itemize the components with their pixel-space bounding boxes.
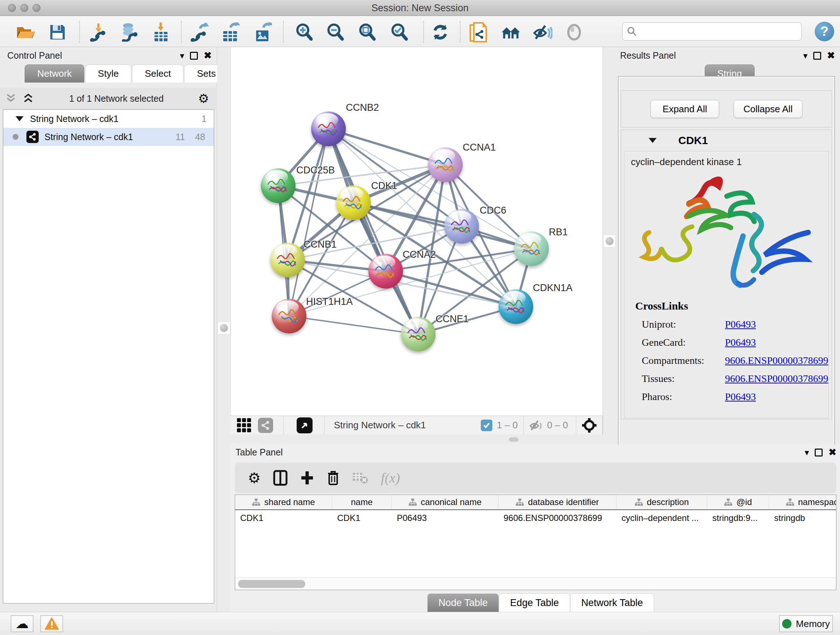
- tab-node-table[interactable]: Node Table: [427, 593, 499, 612]
- export-table-button[interactable]: [221, 22, 240, 42]
- search-input[interactable]: [637, 27, 793, 36]
- delete-column-trash-icon[interactable]: [327, 470, 340, 486]
- import-network-file-button[interactable]: [88, 22, 108, 42]
- node-HIST1H1A[interactable]: [272, 299, 306, 333]
- results-panel-close-icon[interactable]: ✖: [827, 50, 835, 61]
- node-count: 11: [175, 132, 185, 142]
- node-CCNE1[interactable]: [401, 317, 436, 352]
- column-header-name[interactable]: name: [332, 495, 392, 509]
- expand-all-button[interactable]: Expand All: [651, 100, 719, 118]
- open-session-button[interactable]: [16, 22, 35, 42]
- save-session-button[interactable]: [48, 22, 67, 42]
- collapse-all-button[interactable]: Collapse All: [734, 100, 802, 118]
- node-RB1[interactable]: [514, 231, 549, 266]
- crosslink-link[interactable]: P06493: [725, 337, 756, 348]
- crosslink-link[interactable]: 9606.ENSP00000378699: [725, 373, 828, 385]
- zoom-out-button[interactable]: [325, 22, 345, 42]
- toolbar-separator: [283, 416, 284, 435]
- eye-icon: [565, 24, 583, 41]
- tab-network[interactable]: Network: [25, 65, 84, 82]
- table-panel-menu-icon[interactable]: ▾: [805, 448, 809, 458]
- create-column-plus-icon[interactable]: [300, 470, 314, 486]
- import-database-icon: [119, 23, 138, 42]
- node-CCNB1[interactable]: [270, 242, 305, 277]
- protein-structure-image: [635, 171, 819, 296]
- crosshair-icon[interactable]: [581, 417, 597, 433]
- control-panel-menu-icon[interactable]: ▾: [180, 51, 184, 61]
- warnings-button[interactable]: [41, 616, 63, 632]
- home-button[interactable]: [501, 22, 521, 42]
- gene-section-header[interactable]: CDK1: [621, 130, 832, 151]
- memory-button[interactable]: Memory: [779, 616, 833, 632]
- network-options-gear-icon[interactable]: ⚙: [198, 91, 209, 106]
- import-network-database-button[interactable]: [119, 22, 139, 42]
- collapse-triangle-icon[interactable]: [16, 116, 24, 121]
- network-canvas[interactable]: CCNB2 CCNA1 CDC25B CDK1: [231, 47, 603, 416]
- node-CDK1[interactable]: [336, 185, 371, 220]
- show-eye-button[interactable]: [564, 22, 584, 42]
- string-import-button[interactable]: [469, 22, 488, 42]
- zoom-selected-button[interactable]: [390, 22, 409, 42]
- expand-all-icon[interactable]: [22, 93, 35, 104]
- table-panel-float-icon[interactable]: [815, 448, 823, 456]
- edge-HIST1H1A-CCNE1[interactable]: [289, 316, 418, 334]
- zoom-fit-button[interactable]: [357, 22, 377, 42]
- table-horizontal-scrollbar[interactable]: [235, 578, 836, 590]
- node-CCNA1[interactable]: [428, 147, 463, 182]
- results-panel-menu-icon[interactable]: ▾: [803, 51, 807, 61]
- tab-edge-table[interactable]: Edge Table: [499, 593, 570, 612]
- protein-squiggle: [275, 250, 299, 270]
- network-collection-row[interactable]: String Network – cdk1 1: [3, 110, 214, 128]
- left-splitter-handle[interactable]: [218, 321, 231, 334]
- node-label-CDC6: CDC6: [480, 205, 507, 216]
- zoom-in-button[interactable]: [294, 22, 314, 42]
- birds-eye-view-icon[interactable]: [297, 417, 313, 433]
- table-options-gear-icon[interactable]: ⚙: [248, 470, 261, 486]
- grid-view-icon[interactable]: [236, 417, 252, 433]
- node-CDKN1A[interactable]: [499, 289, 533, 324]
- column-header-canonical-name[interactable]: canonical name: [392, 495, 499, 509]
- edge-CCNB2-CCNA1[interactable]: [328, 129, 445, 165]
- node-CCNB2[interactable]: [311, 111, 346, 146]
- show-columns-icon[interactable]: [273, 470, 287, 486]
- cloud-status-button[interactable]: ☁: [11, 616, 33, 632]
- refresh-button[interactable]: [431, 22, 450, 42]
- tab-network-table[interactable]: Network Table: [570, 593, 654, 612]
- control-panel-float-icon[interactable]: [190, 52, 198, 60]
- export-image-button[interactable]: [253, 22, 273, 42]
- node-CCNA2[interactable]: [368, 254, 403, 288]
- edge-CCNB2-HIST1H1A[interactable]: [289, 129, 328, 316]
- right-splitter[interactable]: [603, 47, 615, 445]
- left-splitter[interactable]: [217, 47, 231, 612]
- selected-checkbox-icon[interactable]: [481, 420, 493, 431]
- network-row-selected[interactable]: String Network – cdk1 11 48: [3, 128, 214, 146]
- hide-selected-button[interactable]: [533, 22, 553, 42]
- collapse-all-icon[interactable]: [5, 93, 17, 104]
- column-header-database-identifier[interactable]: database identifier: [499, 495, 616, 509]
- crosslink-link[interactable]: P06493: [725, 391, 756, 402]
- control-panel-close-icon[interactable]: ✖: [204, 50, 212, 61]
- node-CDC25B[interactable]: [261, 168, 295, 203]
- import-table-file-button[interactable]: [151, 22, 171, 42]
- tab-select[interactable]: Select: [132, 65, 183, 82]
- export-network-button[interactable]: [190, 22, 210, 42]
- collapse-triangle-icon[interactable]: [649, 138, 657, 143]
- tab-style[interactable]: Style: [85, 65, 131, 82]
- column-header-description[interactable]: description: [616, 495, 707, 509]
- help-button[interactable]: ?: [815, 22, 834, 41]
- horizontal-splitter-handle[interactable]: [509, 437, 518, 442]
- scrollbar-thumb[interactable]: [238, 580, 305, 588]
- crosslink-link[interactable]: P06493: [725, 318, 756, 330]
- results-panel-float-icon[interactable]: [813, 52, 821, 60]
- table-panel-close-icon[interactable]: ✖: [829, 447, 836, 458]
- crosslink-link[interactable]: 9606.ENSP00000378699: [725, 355, 828, 366]
- node-CDC6[interactable]: [444, 209, 479, 244]
- table-row[interactable]: CDK1CDK1P064939606.ENSP00000378699cyclin…: [235, 510, 836, 526]
- column-header-namespace[interactable]: namespace: [769, 495, 836, 509]
- right-splitter-handle[interactable]: [603, 234, 616, 248]
- share-network-icon[interactable]: [258, 418, 273, 433]
- column-header-@id[interactable]: @id: [707, 495, 769, 509]
- hidden-eye-slash-icon[interactable]: [529, 419, 543, 432]
- column-header-shared-name[interactable]: shared name: [235, 495, 332, 509]
- table-panel: Table Panel ▾ ✖ ⚙ f(x) shared n: [231, 445, 840, 612]
